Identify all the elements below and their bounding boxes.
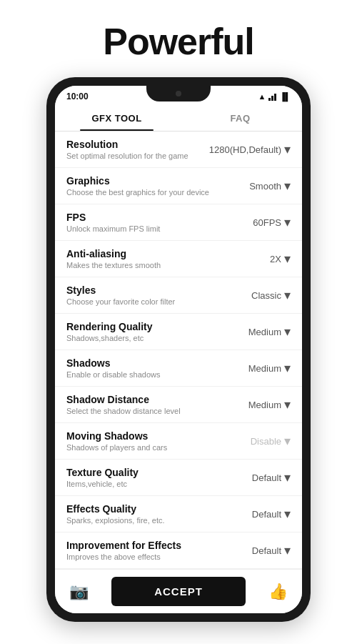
setting-title-effects-quality: Effects Quality bbox=[66, 503, 226, 515]
dropdown-arrow-graphics[interactable]: ▾ bbox=[284, 178, 291, 194]
setting-desc-resolution: Set optimal resolution for the game bbox=[66, 152, 209, 160]
setting-desc-fps: Unlock maximum FPS limit bbox=[66, 224, 226, 233]
setting-item-texture-quality[interactable]: Texture QualityItems,vehicle, etcDefault… bbox=[55, 460, 302, 496]
setting-desc-texture-quality: Items,vehicle, etc bbox=[66, 480, 226, 488]
setting-item-rendering-quality[interactable]: Rendering QualityShadows,shaders, etcMed… bbox=[55, 314, 302, 350]
dropdown-arrow-resolution[interactable]: ▾ bbox=[284, 142, 291, 157]
setting-desc-shadows: Enable or disable shadows bbox=[66, 370, 226, 379]
dropdown-arrow-rendering-quality[interactable]: ▾ bbox=[284, 324, 291, 340]
setting-value-anti-aliasing: 2X bbox=[270, 254, 281, 264]
setting-value-improvement-effects: Default bbox=[252, 545, 281, 556]
setting-item-improvement-effects[interactable]: Improvement for EffectsImproves the abov… bbox=[55, 532, 302, 569]
setting-title-texture-quality: Texture Quality bbox=[66, 467, 226, 478]
setting-title-improvement-effects: Improvement for Effects bbox=[66, 540, 226, 551]
dropdown-arrow-shadow-distance[interactable]: ▾ bbox=[284, 397, 291, 412]
wifi-icon: ▲ bbox=[258, 92, 266, 101]
setting-value-fps: 60FPS bbox=[253, 217, 281, 228]
setting-desc-improvement-effects: Improves the above effects bbox=[66, 553, 226, 561]
dropdown-arrow-anti-aliasing[interactable]: ▾ bbox=[284, 251, 291, 267]
status-time: 10:00 bbox=[66, 91, 89, 101]
tab-gfx-tool[interactable]: GFX TOOL bbox=[55, 104, 178, 131]
signal-icon bbox=[268, 92, 276, 101]
setting-desc-graphics: Choose the best graphics for your device bbox=[66, 188, 226, 197]
notch bbox=[146, 86, 211, 101]
setting-desc-anti-aliasing: Makes the textures smooth bbox=[66, 261, 226, 269]
setting-item-graphics[interactable]: GraphicsChoose the best graphics for you… bbox=[55, 168, 302, 204]
page-title: Powerful bbox=[103, 20, 254, 63]
setting-desc-effects-quality: Sparks, explosions, fire, etc. bbox=[66, 516, 226, 525]
setting-title-graphics: Graphics bbox=[66, 175, 226, 187]
setting-item-effects-quality[interactable]: Effects QualitySparks, explosions, fire,… bbox=[55, 496, 302, 532]
setting-desc-styles: Choose your favorite color filter bbox=[66, 297, 226, 306]
setting-value-shadows: Medium bbox=[248, 363, 281, 374]
setting-desc-moving-shadows: Shadows of players and cars bbox=[66, 443, 226, 452]
tabs-bar: GFX TOOL FAQ bbox=[55, 104, 302, 132]
setting-desc-shadow-distance: Select the shadow distance level bbox=[66, 407, 226, 415]
battery-icon: ▐▌ bbox=[279, 92, 291, 101]
phone-shell: 10:00 ▲ ▐▌ GFX TOOL FAQ bbox=[46, 77, 311, 622]
dropdown-arrow-texture-quality[interactable]: ▾ bbox=[284, 470, 291, 485]
setting-value-resolution: 1280(HD,Default) bbox=[209, 144, 281, 155]
setting-title-fps: FPS bbox=[66, 212, 226, 223]
status-icons: ▲ ▐▌ bbox=[258, 92, 291, 101]
setting-title-shadows: Shadows bbox=[66, 357, 226, 369]
setting-item-shadow-distance[interactable]: Shadow DistanceSelect the shadow distanc… bbox=[55, 387, 302, 423]
setting-value-moving-shadows: Disable bbox=[251, 436, 281, 447]
phone-screen: 10:00 ▲ ▐▌ GFX TOOL FAQ bbox=[55, 86, 302, 613]
setting-title-styles: Styles bbox=[66, 284, 226, 296]
setting-value-styles: Classic bbox=[251, 290, 281, 301]
tab-faq[interactable]: FAQ bbox=[178, 104, 302, 131]
setting-title-shadow-distance: Shadow Distance bbox=[66, 394, 226, 405]
setting-title-resolution: Resolution bbox=[66, 139, 209, 150]
setting-value-texture-quality: Default bbox=[252, 472, 281, 483]
setting-desc-rendering-quality: Shadows,shaders, etc bbox=[66, 334, 226, 342]
setting-title-moving-shadows: Moving Shadows bbox=[66, 430, 226, 442]
instagram-icon[interactable]: 📷 bbox=[69, 583, 89, 601]
dropdown-arrow-shadows[interactable]: ▾ bbox=[284, 360, 291, 376]
dropdown-arrow-improvement-effects[interactable]: ▾ bbox=[284, 543, 291, 558]
dropdown-arrow-moving-shadows[interactable]: ▾ bbox=[284, 433, 291, 449]
setting-item-resolution[interactable]: ResolutionSet optimal resolution for the… bbox=[55, 132, 302, 168]
setting-item-anti-aliasing[interactable]: Anti-aliasingMakes the textures smooth2X… bbox=[55, 241, 302, 277]
setting-title-anti-aliasing: Anti-aliasing bbox=[66, 248, 226, 259]
notch-camera bbox=[176, 91, 181, 96]
accept-button[interactable]: ACCEPT bbox=[111, 577, 246, 606]
setting-value-shadow-distance: Medium bbox=[248, 400, 281, 410]
setting-value-effects-quality: Default bbox=[252, 509, 281, 520]
setting-title-rendering-quality: Rendering Quality bbox=[66, 321, 226, 332]
dropdown-arrow-fps[interactable]: ▾ bbox=[284, 214, 291, 230]
setting-item-shadows[interactable]: ShadowsEnable or disable shadowsMedium▾ bbox=[55, 350, 302, 387]
setting-item-styles[interactable]: StylesChoose your favorite color filterC… bbox=[55, 277, 302, 314]
thumbs-up-icon[interactable]: 👍 bbox=[268, 583, 288, 601]
setting-item-moving-shadows[interactable]: Moving ShadowsShadows of players and car… bbox=[55, 423, 302, 460]
setting-value-graphics: Smooth bbox=[249, 181, 281, 192]
status-bar: 10:00 ▲ ▐▌ bbox=[55, 86, 302, 104]
setting-item-fps[interactable]: FPSUnlock maximum FPS limit60FPS▾ bbox=[55, 204, 302, 241]
dropdown-arrow-effects-quality[interactable]: ▾ bbox=[284, 506, 291, 522]
setting-value-rendering-quality: Medium bbox=[248, 327, 281, 337]
bottom-bar: 📷 ACCEPT 👍 bbox=[55, 569, 302, 613]
settings-list: ResolutionSet optimal resolution for the… bbox=[55, 132, 302, 569]
dropdown-arrow-styles[interactable]: ▾ bbox=[284, 287, 291, 303]
